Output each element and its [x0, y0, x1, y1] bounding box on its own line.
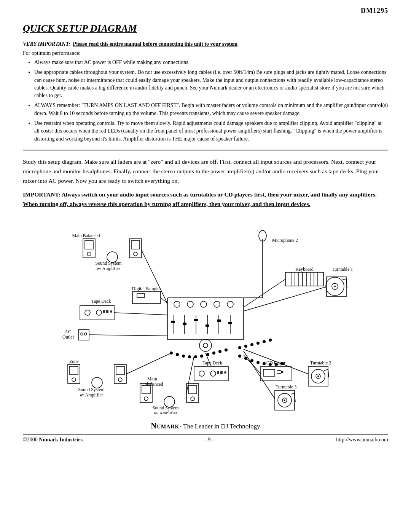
important-text: Always switch on your audio input source… — [23, 191, 377, 207]
svg-point-63 — [176, 353, 179, 356]
svg-line-40 — [244, 279, 285, 307]
svg-rect-0 — [167, 298, 244, 340]
page-title: QUICK SETUP DIAGRAM — [23, 23, 388, 34]
svg-point-71 — [225, 348, 228, 351]
bullet-item: Use appropriate cables throughout your s… — [34, 69, 388, 99]
svg-line-120 — [244, 351, 275, 399]
svg-rect-101 — [261, 366, 291, 381]
svg-point-5 — [227, 301, 233, 307]
turntable2-label: Turntable 2 — [310, 360, 331, 366]
product-id: DM1295 — [361, 7, 388, 15]
svg-point-19 — [203, 343, 208, 348]
zone-label: Zone — [69, 359, 79, 364]
svg-point-67 — [200, 355, 203, 358]
svg-point-3 — [201, 301, 207, 307]
svg-rect-125 — [188, 385, 197, 394]
svg-point-64 — [182, 355, 185, 358]
main-balanced-label: Main Balanced — [72, 233, 100, 238]
svg-point-49 — [85, 310, 90, 315]
footer-copyright: ©2000 Numark Industries — [23, 437, 83, 443]
very-important-notice: VERY IMPORTANT: Please read this entire … — [23, 41, 388, 47]
bullet-item: Use restraint when operating controls. T… — [34, 120, 388, 143]
svg-rect-56 — [137, 294, 145, 297]
svg-point-96 — [210, 371, 216, 376]
svg-point-110 — [317, 375, 319, 377]
svg-line-128 — [186, 356, 194, 393]
footer-bottom: ©2000 Numark Industries - 9 - http://www… — [23, 434, 388, 443]
svg-point-1 — [174, 301, 180, 307]
svg-point-99 — [224, 371, 226, 374]
bullet-item: Always make sure that AC power is OFF wh… — [34, 59, 388, 66]
svg-point-66 — [194, 355, 197, 358]
svg-rect-51 — [103, 310, 105, 313]
ac-outlet-label: AC — [65, 329, 71, 334]
svg-point-76 — [263, 340, 266, 343]
bullet-item: ALWAYS remember: "TURN AMPS ON LAST AND … — [34, 102, 388, 117]
svg-line-44 — [342, 279, 346, 280]
svg-point-126 — [191, 397, 194, 401]
svg-point-74 — [250, 343, 253, 346]
svg-rect-13 — [183, 323, 186, 325]
svg-point-117 — [284, 399, 285, 401]
svg-rect-52 — [106, 310, 108, 313]
svg-point-22 — [87, 252, 91, 256]
svg-rect-12 — [171, 321, 175, 323]
svg-point-43 — [334, 286, 336, 287]
tape-deck-left-label: Tape Deck — [91, 299, 111, 304]
svg-point-78 — [238, 355, 241, 358]
svg-point-50 — [96, 310, 102, 315]
svg-line-57 — [161, 297, 167, 304]
vi-text: Please read this entire manual before co… — [73, 41, 238, 47]
svg-rect-87 — [70, 366, 78, 375]
svg-point-82 — [263, 362, 266, 365]
svg-rect-15 — [206, 324, 209, 327]
svg-rect-55 — [132, 291, 161, 304]
diagram-svg: .diag-text { font-family: Times New Roma… — [42, 216, 369, 414]
svg-point-70 — [218, 350, 221, 353]
w-amplifier2-label: w/ Amplifier — [80, 392, 103, 398]
svg-rect-97 — [217, 371, 219, 374]
footer-website: http://www.numark.com — [336, 437, 388, 443]
page-number: - 9 - — [205, 437, 213, 443]
svg-marker-105 — [281, 371, 284, 374]
keyboard-label: Keyboard — [295, 267, 313, 272]
svg-point-73 — [244, 345, 247, 348]
important-label: IMPORTANT: — [23, 191, 61, 198]
sound-system2-label: Sound System — [78, 387, 105, 392]
svg-rect-21 — [85, 241, 93, 249]
svg-point-59 — [81, 333, 83, 335]
svg-point-77 — [269, 339, 272, 342]
svg-rect-17 — [228, 322, 232, 324]
svg-point-65 — [188, 355, 191, 358]
numark-logo: Numark — [151, 422, 180, 430]
svg-rect-98 — [220, 371, 223, 374]
svg-rect-102 — [263, 369, 275, 376]
brand-tagline: - The Leader in DJ Technology — [179, 423, 260, 430]
main-unbalanced-label: Main — [147, 376, 157, 382]
svg-point-91 — [118, 378, 122, 382]
svg-line-61 — [89, 335, 167, 336]
footer-brand: Numark- The Leader in DJ Technology — [23, 422, 388, 430]
svg-point-69 — [212, 351, 215, 355]
svg-rect-24 — [131, 241, 140, 249]
svg-point-25 — [134, 252, 137, 256]
vi-label: VERY IMPORTANT: — [23, 41, 70, 47]
w-amplifier-label: w/ Amplifier — [97, 266, 120, 271]
svg-point-95 — [199, 371, 204, 376]
important-paragraph: IMPORTANT: Always switch on your audio i… — [23, 190, 388, 209]
sound-system-label: Sound System — [95, 260, 122, 266]
svg-rect-58 — [78, 329, 89, 340]
svg-rect-16 — [217, 320, 221, 322]
digital-sampler-label: Digital Sampler — [132, 286, 161, 291]
svg-line-111 — [324, 369, 328, 371]
svg-point-60 — [84, 333, 87, 335]
svg-point-2 — [187, 301, 193, 307]
svg-point-123 — [144, 397, 148, 401]
bullet-list: Always make sure that AC power is OFF wh… — [34, 59, 388, 143]
main-unbalanced-label2: Unbalanced — [141, 382, 163, 387]
svg-point-53 — [110, 310, 112, 313]
svg-point-75 — [256, 342, 260, 345]
microphone2-label: Microphone 2 — [272, 238, 298, 243]
setup-paragraph: Study this setup diagram. Make sure all … — [23, 157, 388, 185]
svg-point-72 — [238, 346, 241, 349]
